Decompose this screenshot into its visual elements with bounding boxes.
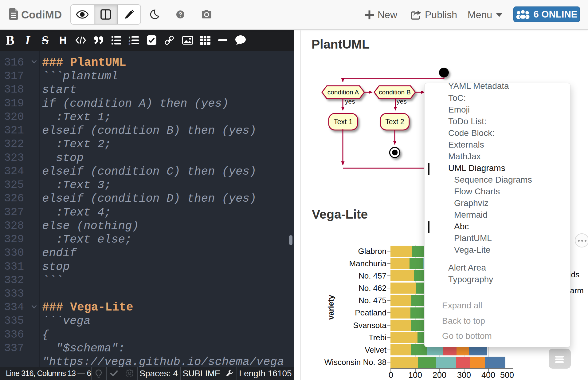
svg-text:condition B: condition B <box>379 89 411 96</box>
svg-text:1: 1 <box>129 36 131 39</box>
svg-text:yes: yes <box>397 98 407 105</box>
svg-text:3: 3 <box>129 42 130 45</box>
svg-text:Text 2: Text 2 <box>385 118 404 126</box>
svg-text:Text 1: Text 1 <box>334 118 352 126</box>
svg-text:condition A: condition A <box>327 89 359 96</box>
svg-text:?: ? <box>178 11 182 18</box>
svg-text:yes: yes <box>345 98 355 105</box>
svg-text:2: 2 <box>129 39 130 42</box>
